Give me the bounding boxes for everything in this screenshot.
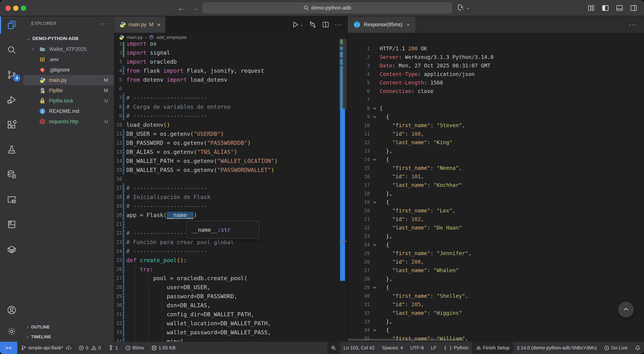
eol[interactable]: LF <box>427 342 440 354</box>
git-branch-status[interactable]: simple-api-flask* <box>17 342 75 354</box>
fold-chevron-icon[interactable] <box>370 328 380 333</box>
tab-response[interactable]: { } Response(85ms) × <box>348 16 415 33</box>
code-line[interactable]: 9# ---------------------- <box>114 111 347 120</box>
response-line[interactable]: 7 <box>348 95 644 104</box>
code-line[interactable]: 28 user=DB_USER, <box>114 283 347 292</box>
customize-layout-icon[interactable] <box>588 4 595 12</box>
code-line[interactable]: 34 min=1, <box>114 337 347 342</box>
activity-item-notebook[interactable] <box>0 216 23 233</box>
code-editor[interactable]: 1import os2import signal3import oracledb… <box>114 42 347 342</box>
code-line[interactable]: 4from flask import Flask, jsonify, reque… <box>114 66 347 75</box>
activity-item-window-database[interactable] <box>0 191 23 208</box>
toggle-secondary-sidebar-icon[interactable] <box>630 4 638 12</box>
response-line[interactable]: 24 { <box>348 240 644 249</box>
response-line[interactable]: 10 "first_name": "Steven", <box>348 121 644 130</box>
code-line[interactable]: 18# Inicialización de Flask <box>114 192 347 201</box>
copilot-icon[interactable]: ⌄ <box>457 3 470 11</box>
code-line[interactable]: 27 pool = oracledb.create_pool( <box>114 274 347 283</box>
finish-setup[interactable]: Finish Setup <box>472 342 513 354</box>
file-item-Wallet_ATP2025[interactable]: ›Wallet_ATP2025 <box>23 44 114 54</box>
remote-indicator[interactable]: >< <box>0 342 17 354</box>
response-line[interactable]: 33 }, <box>348 317 644 326</box>
response-time-status[interactable]: 85ms <box>122 342 148 354</box>
fold-chevron-icon[interactable] <box>370 106 380 111</box>
response-line[interactable]: 1HTTP/1.1 200 OK <box>348 44 644 53</box>
close-window-button[interactable] <box>6 5 11 11</box>
response-line[interactable]: 23 }, <box>348 232 644 240</box>
activity-item-container[interactable] <box>0 241 23 258</box>
code-line[interactable]: 19# ---------------------- <box>114 201 347 210</box>
minimize-window-button[interactable] <box>13 5 18 11</box>
response-line[interactable]: 20 "first_name": "Lex", <box>348 206 644 215</box>
scroll-to-top-button[interactable] <box>618 302 634 317</box>
code-line[interactable]: 25def create_pool(): <box>114 256 347 265</box>
response-line[interactable]: 18 }, <box>348 189 644 198</box>
more-actions-icon[interactable]: ··· <box>629 16 637 33</box>
close-icon[interactable]: × <box>406 21 410 28</box>
zoom-status[interactable] <box>327 342 340 354</box>
code-line[interactable]: 15DB_WALLET_PASS = os.getenv("PASSWORDWA… <box>114 165 347 174</box>
code-line[interactable]: 10load_dotenv() <box>114 120 347 129</box>
activity-item-search[interactable] <box>0 41 23 58</box>
response-line[interactable]: 5Content-Length: 1560 <box>348 78 644 87</box>
breadcrumb-symbol[interactable]: add_employee <box>156 35 187 40</box>
activity-item-settings[interactable] <box>0 323 23 340</box>
response-line[interactable]: 25 "first_name": "Jennifer", <box>348 249 644 258</box>
response-line[interactable]: 22 "last_name": "De Haan" <box>348 223 644 232</box>
language-mode[interactable]: { }Python <box>440 342 472 354</box>
maximize-window-button[interactable] <box>21 5 26 11</box>
response-line[interactable]: 14 { <box>348 155 644 164</box>
file-item-README.md[interactable]: README.md <box>23 106 114 116</box>
code-line[interactable]: 6 <box>114 84 347 93</box>
file-item-.gitignore[interactable]: .gitignore <box>23 65 114 75</box>
code-line[interactable]: 31 config_dir=DB_WALLET_PATH, <box>114 310 347 319</box>
file-item-main.py[interactable]: main.pyM <box>23 75 114 85</box>
response-line[interactable]: 29 { <box>348 283 644 292</box>
forward-arrow-icon[interactable]: → <box>192 4 200 12</box>
run-python-file-button[interactable]: ⌄ <box>292 21 303 28</box>
code-line[interactable]: 17# ---------------------- <box>114 183 347 192</box>
response-line[interactable]: 8[ <box>348 104 644 113</box>
code-line[interactable]: 23# Función para crear pool global <box>114 237 347 247</box>
tab-main-py[interactable]: main.py M × <box>114 16 166 33</box>
code-line[interactable]: 16 <box>114 174 347 183</box>
split-editor-icon[interactable] <box>322 21 329 28</box>
code-line[interactable]: 8# Carga de variables de entorno <box>114 102 347 111</box>
response-line[interactable]: 26 "id": 200, <box>348 258 644 266</box>
fold-chevron-icon[interactable] <box>370 200 380 204</box>
command-center-search[interactable]: demo-python-adb <box>202 2 452 13</box>
response-line[interactable]: 11 "id": 100, <box>348 130 644 138</box>
response-size-status[interactable]: 1.65 KB <box>148 342 179 354</box>
toggle-sidebar-icon[interactable] <box>602 4 609 12</box>
outline-section[interactable]: ›OUTLINE <box>23 322 114 332</box>
indentation[interactable]: Spaces: 4 <box>378 342 406 354</box>
response-line[interactable]: 4Content-Type: application/json <box>348 70 644 78</box>
activity-item-account[interactable] <box>0 302 23 319</box>
code-line[interactable]: 3import oracledb <box>114 57 347 66</box>
horizontal-scrollbar-thumb[interactable] <box>348 339 464 341</box>
close-icon[interactable]: × <box>157 21 160 28</box>
file-item-.env[interactable]: .env <box>23 54 114 65</box>
overview-ruler[interactable] <box>339 16 347 342</box>
code-line[interactable]: 12DB_PASSWORD = os.getenv("PASSWORDDB") <box>114 138 347 147</box>
response-content[interactable]: 1HTTP/1.1 200 OK2Server: Werkzeug/3.1.3 … <box>348 33 644 342</box>
code-line[interactable]: 13DB_ALIAS = os.getenv("TNS_ALIAS") <box>114 147 347 156</box>
code-line[interactable]: 24# ---------------------- <box>114 247 347 256</box>
activity-item-database-play[interactable] <box>0 166 23 183</box>
response-line[interactable]: 34 { <box>348 326 644 334</box>
fold-chevron-icon[interactable] <box>370 157 380 162</box>
response-line[interactable]: 2Server: Werkzeug/3.1.3 Python/3.14.0 <box>348 53 644 61</box>
code-line[interactable]: 33 wallet_password=DB_WALLET_PASS, <box>114 328 347 337</box>
response-line[interactable]: 30 "first_name": "Shelley", <box>348 292 644 300</box>
response-line[interactable]: 32 "last_name": "Higgins" <box>348 309 644 317</box>
breadcrumb[interactable]: main.py › add_employee <box>114 33 347 42</box>
response-line[interactable]: 16 "id": 101, <box>348 172 644 181</box>
activity-item-testing[interactable] <box>0 141 23 158</box>
response-line[interactable]: 6Connection: close <box>348 87 644 95</box>
code-line[interactable]: 7# ---------------------- <box>114 93 347 102</box>
response-line[interactable]: 3Date: Mon, 27 Oct 2025 06:31:07 GMT <box>348 61 644 70</box>
file-item-Pipfile.lock[interactable]: Pipfile.lockU <box>23 96 114 106</box>
go-live[interactable]: Go Live <box>600 342 631 354</box>
response-line[interactable]: 12 "last_name": "King" <box>348 138 644 147</box>
code-line[interactable]: 26 try: <box>114 265 347 274</box>
